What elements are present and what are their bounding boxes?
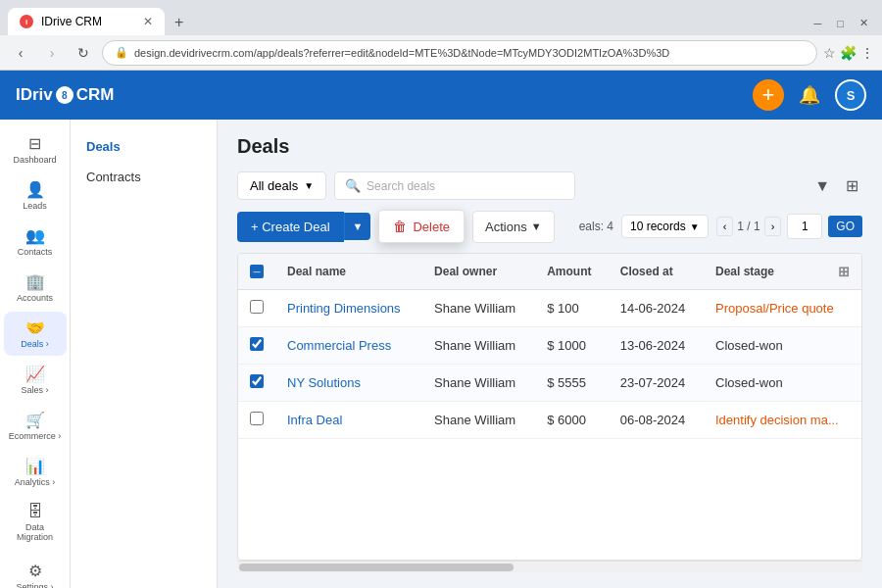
- page-title: Deals: [237, 135, 862, 158]
- sidebar-label-settings: Settings ›: [16, 582, 53, 588]
- go-button[interactable]: GO: [828, 216, 862, 237]
- row1-deal-stage: Proposal/Price quote: [704, 290, 861, 327]
- table-row: Printing Dimensions Shane William $ 100 …: [238, 290, 861, 327]
- delete-button[interactable]: 🗑 Delete: [378, 210, 465, 243]
- sidebar-item-ecommerce[interactable]: 🛒 Ecommerce ›: [4, 404, 67, 448]
- sidebar-label-accounts: Accounts: [17, 293, 53, 303]
- horizontal-scrollbar[interactable]: [237, 561, 862, 572]
- browser-tab[interactable]: i IDrive CRM ✕: [8, 8, 165, 35]
- records-per-page-select[interactable]: 10 records ▼: [621, 215, 709, 238]
- new-tab-button[interactable]: +: [169, 14, 189, 31]
- deal-name-link[interactable]: Commercial Press: [287, 338, 391, 353]
- forward-button[interactable]: ›: [39, 40, 65, 66]
- app: IDriv 8 CRM + 🔔 S ⊟ Dashboard 👤 Leads 👥 …: [0, 71, 882, 588]
- deal-name-link[interactable]: NY Solutions: [287, 375, 361, 390]
- tab-label: IDrive CRM: [41, 15, 102, 28]
- deals-icon: 🤝: [25, 318, 45, 337]
- sidebar-label-analytics: Analytics ›: [15, 477, 56, 487]
- browser-toolbar: ‹ › ↻ 🔒 design.devidrivecrm.com/app/deal…: [0, 35, 882, 71]
- row1-deal-name: Printing Dimensions: [275, 290, 422, 327]
- sidebar-label-deals: Deals ›: [21, 339, 49, 349]
- sidebar: ⊟ Dashboard 👤 Leads 👥 Contacts 🏢 Account…: [0, 120, 71, 588]
- contacts-icon: 👥: [25, 226, 45, 245]
- row2-deal-stage: Closed-won: [704, 327, 861, 365]
- main-content: Deals All deals ▼ 🔍 Search deals ▼ ⊞: [218, 120, 882, 588]
- all-deals-filter[interactable]: All deals ▼: [237, 172, 326, 200]
- col-deal-stage: Deal stage ⊞: [704, 254, 861, 289]
- row1-checkbox[interactable]: [250, 300, 264, 314]
- table-row: Commercial Press Shane William $ 1000 13…: [238, 327, 861, 365]
- menu-button[interactable]: ⋮: [860, 45, 874, 61]
- col-deal-name: Deal name: [275, 254, 422, 290]
- browser-chrome: i IDrive CRM ✕ + ─ □ ✕: [0, 0, 882, 35]
- toolbar-right: ☆ 🧩 ⋮: [823, 45, 874, 61]
- nav-item-contracts[interactable]: Contracts: [71, 162, 217, 192]
- nav-panel: Deals Contracts: [71, 120, 218, 588]
- sidebar-item-sales[interactable]: 📈 Sales ›: [4, 358, 67, 402]
- row1-closed-at: 14-06-2024: [609, 290, 704, 327]
- user-avatar[interactable]: S: [835, 79, 866, 111]
- deal-name-link[interactable]: Infra Deal: [287, 413, 342, 427]
- app-header: IDriv 8 CRM + 🔔 S: [0, 71, 882, 120]
- delete-popup: 🗑 Delete: [378, 210, 465, 243]
- filter-button[interactable]: ▼: [810, 173, 834, 199]
- col-deal-owner: Deal owner: [422, 254, 535, 290]
- nav-item-deals[interactable]: Deals: [71, 131, 217, 162]
- tab-close-icon[interactable]: ✕: [143, 15, 153, 28]
- row4-deal-stage: Identify decision ma...: [704, 402, 861, 439]
- sidebar-item-data-migration[interactable]: 🗄 Data Migration: [4, 496, 67, 549]
- sidebar-item-leads[interactable]: 👤 Leads: [4, 173, 67, 218]
- reload-button[interactable]: ↻: [71, 40, 96, 66]
- address-text: design.devidrivecrm.com/app/deals?referr…: [134, 47, 669, 59]
- deal-name-link[interactable]: Printing Dimensions: [287, 301, 401, 316]
- next-page-button[interactable]: ›: [764, 217, 782, 236]
- pagination-controls: ‹ 1 / 1 › GO: [716, 214, 862, 239]
- sidebar-item-accounts[interactable]: 🏢 Accounts: [4, 266, 67, 310]
- create-deal-button[interactable]: + Create Deal: [237, 212, 344, 242]
- header-checkbox[interactable]: ─: [250, 265, 264, 278]
- col-amount: Amount: [535, 254, 609, 290]
- search-icon: 🔍: [345, 178, 361, 193]
- add-button[interactable]: +: [753, 79, 784, 111]
- bookmark-button[interactable]: ☆: [823, 45, 836, 61]
- sidebar-item-contacts[interactable]: 👥 Contacts: [4, 220, 67, 264]
- scrollbar-thumb[interactable]: [239, 564, 514, 571]
- sidebar-item-dashboard[interactable]: ⊟ Dashboard: [4, 127, 67, 172]
- sidebar-label-sales: Sales ›: [21, 385, 48, 395]
- row2-checkbox[interactable]: [250, 337, 264, 351]
- address-bar[interactable]: 🔒 design.devidrivecrm.com/app/deals?refe…: [102, 40, 817, 66]
- row4-checkbox-cell: [238, 402, 275, 439]
- row3-closed-at: 23-07-2024: [609, 365, 704, 402]
- logo-crm: CRM: [76, 85, 115, 105]
- sidebar-item-settings[interactable]: ⚙ Settings ›: [4, 555, 67, 588]
- prev-page-button[interactable]: ‹: [716, 217, 734, 236]
- row4-checkbox[interactable]: [250, 412, 264, 425]
- table-row: Infra Deal Shane William $ 6000 06-08-20…: [238, 402, 861, 439]
- filter-bar: All deals ▼ 🔍 Search deals ▼ ⊞: [237, 172, 862, 200]
- row4-closed-at: 06-08-2024: [609, 402, 704, 439]
- sidebar-item-analytics[interactable]: 📊 Analytics ›: [4, 450, 67, 494]
- window-controls: ─ □ ✕: [808, 15, 874, 31]
- search-box[interactable]: 🔍 Search deals: [334, 172, 575, 200]
- data-migration-icon: 🗄: [27, 503, 43, 520]
- sidebar-label-dashboard: Dashboard: [13, 155, 56, 165]
- sidebar-item-deals[interactable]: 🤝 Deals ›: [4, 312, 67, 356]
- actions-button[interactable]: Actions ▼: [472, 211, 555, 243]
- grid-view-button[interactable]: ⊞: [842, 172, 862, 199]
- settings-icon: ⚙: [28, 562, 42, 580]
- lock-icon: 🔒: [115, 46, 128, 59]
- table-header-row: ─ Deal name Deal owner Amount Closed at …: [238, 254, 861, 290]
- extension-button[interactable]: 🧩: [840, 45, 857, 61]
- back-button[interactable]: ‹: [8, 40, 33, 66]
- app-body: ⊟ Dashboard 👤 Leads 👥 Contacts 🏢 Account…: [0, 120, 882, 588]
- row3-deal-owner: Shane William: [422, 365, 535, 402]
- sidebar-label-ecommerce: Ecommerce ›: [9, 431, 62, 441]
- columns-icon[interactable]: ⊞: [838, 264, 850, 279]
- row3-checkbox[interactable]: [250, 374, 264, 388]
- bell-button[interactable]: 🔔: [794, 79, 825, 111]
- actions-toolbar: + Create Deal ▼ 🗑 Delete Actions ▼: [237, 210, 862, 243]
- sidebar-label-leads: Leads: [23, 201, 47, 211]
- create-deal-arrow-button[interactable]: ▼: [344, 213, 371, 240]
- page-number-input[interactable]: [787, 214, 822, 239]
- chevron-down-icon: ▼: [304, 180, 314, 191]
